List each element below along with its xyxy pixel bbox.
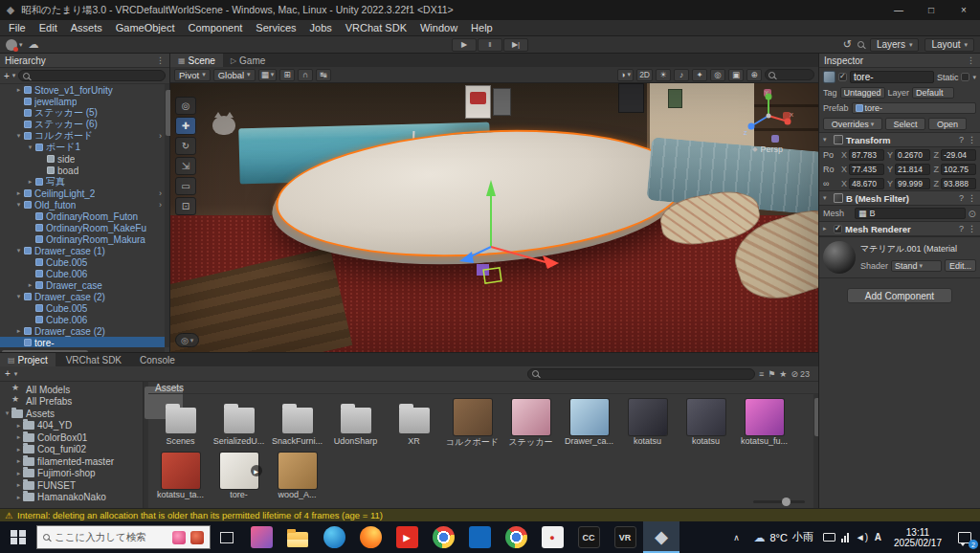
- transform-gizmo[interactable]: [400, 173, 591, 302]
- hierarchy-item[interactable]: OrdinaryRoom_Futon: [0, 210, 165, 222]
- expand-arrow-icon[interactable]: ▸: [14, 457, 23, 465]
- panel-menu-icon[interactable]: ⋮: [156, 55, 165, 65]
- project-folder[interactable]: ▾ Assets: [0, 408, 143, 420]
- expand-arrow-icon[interactable]: ▸: [14, 481, 23, 489]
- hierarchy-item[interactable]: ▸ Drawer_case: [0, 279, 165, 291]
- menu-item[interactable]: Assets: [64, 22, 109, 33]
- camera-settings-icon[interactable]: ▣: [728, 69, 744, 81]
- z-value-field[interactable]: -29.04: [941, 149, 976, 161]
- scene-view-tab[interactable]: ▷ Game: [223, 54, 273, 67]
- volume-icon[interactable]: ◄): [854, 532, 870, 542]
- action-center-button[interactable]: 2: [949, 521, 980, 553]
- help-icon[interactable]: ?: [959, 135, 964, 144]
- account-icon[interactable]: [6, 39, 17, 51]
- hierarchy-search-input[interactable]: [18, 70, 166, 81]
- expand-arrow-icon[interactable]: ▾: [14, 247, 23, 254]
- project-folder[interactable]: ▸ filamented-master: [0, 455, 143, 468]
- hierarchy-item[interactable]: ▸ Stove_v1_forUnity: [0, 84, 165, 96]
- x-value-field[interactable]: 77.435: [849, 164, 884, 175]
- menu-item[interactable]: File: [2, 22, 33, 33]
- add-object-button[interactable]: +: [4, 71, 10, 81]
- mesh-renderer-component-header[interactable]: ▸ Mesh Renderer ?⋮: [819, 221, 980, 236]
- menu-item[interactable]: Help: [464, 22, 500, 33]
- prefab-object-field[interactable]: tore-: [852, 102, 976, 114]
- rect-tool-button[interactable]: ▭: [175, 177, 196, 195]
- component-menu-icon[interactable]: ⋮: [968, 193, 976, 203]
- mesh-filter-component-header[interactable]: ▾ B (Mesh Filter) ?⋮: [819, 190, 980, 206]
- edit-shader-button[interactable]: Edit...: [945, 259, 976, 272]
- projection-mode-label[interactable]: ◆ Persp: [733, 144, 802, 154]
- hierarchy-item[interactable]: ▸ 写真: [0, 176, 165, 188]
- expand-arrow-icon[interactable]: ▸: [14, 86, 23, 94]
- start-button[interactable]: [0, 521, 36, 553]
- layer-dropdown[interactable]: Default: [912, 87, 954, 99]
- create-asset-button[interactable]: +: [5, 368, 11, 379]
- y-value-field[interactable]: 0.2670: [895, 149, 930, 161]
- expand-arrow-icon[interactable]: ▾: [14, 132, 23, 140]
- expand-arrow-icon[interactable]: ▸: [14, 327, 23, 335]
- effects-toggle-icon[interactable]: ✦: [692, 69, 707, 81]
- bottom-panel-tab[interactable]: VRChat SDK: [56, 353, 129, 366]
- hierarchy-item[interactable]: OrdinaryRoom_KakeFu: [0, 222, 165, 233]
- foldout-arrow-icon[interactable]: ▾: [823, 136, 831, 144]
- expand-arrow-icon[interactable]: ▸: [14, 422, 23, 430]
- grid-visibility-icon[interactable]: ▦▾: [258, 69, 278, 81]
- asset-item[interactable]: wood_A...: [270, 451, 324, 499]
- menu-item[interactable]: VRChat SDK: [339, 22, 413, 33]
- help-icon[interactable]: ?: [959, 224, 964, 233]
- task-view-button[interactable]: [211, 521, 243, 553]
- chevron-down-icon[interactable]: ▾: [14, 370, 18, 378]
- menu-item[interactable]: Jobs: [303, 22, 339, 33]
- asset-item[interactable]: ▶ tore-: [212, 451, 266, 499]
- hierarchy-scrollbar[interactable]: [165, 84, 169, 347]
- active-checkbox[interactable]: [838, 73, 847, 81]
- status-bar[interactable]: ⚠ Internal: deleting an allocation that …: [0, 508, 980, 521]
- network-icon[interactable]: [837, 533, 854, 542]
- scene-camera-overlay-button[interactable]: ◎ ▾: [175, 333, 199, 347]
- bing-highlight-icon[interactable]: [172, 531, 186, 544]
- search-by-type-icon[interactable]: ≡: [759, 369, 764, 379]
- axis-orientation-gizmo[interactable]: Y X Z: [741, 87, 796, 143]
- static-dropdown-icon[interactable]: ▾: [972, 74, 976, 81]
- expand-arrow-icon[interactable]: ▸: [26, 178, 34, 186]
- project-folder[interactable]: ▸ Fujimori-shop: [0, 468, 143, 480]
- foldout-arrow-icon[interactable]: ▸: [823, 225, 831, 232]
- maximize-button[interactable]: □: [915, 0, 947, 20]
- z-value-field[interactable]: 102.75: [941, 164, 976, 175]
- play-button[interactable]: ▶: [452, 38, 477, 52]
- taskbar-app[interactable]: ●: [534, 521, 570, 553]
- scene-view-tab[interactable]: ▦ Scene: [170, 54, 223, 67]
- minimize-button[interactable]: —: [882, 0, 915, 20]
- expand-arrow-icon[interactable]: ▸: [14, 446, 23, 453]
- taskbar-app[interactable]: [498, 521, 534, 553]
- transform-tool-button[interactable]: ⊡: [175, 197, 196, 215]
- component-menu-icon[interactable]: ⋮: [968, 224, 976, 233]
- component-menu-icon[interactable]: ⋮: [968, 135, 976, 144]
- hierarchy-item[interactable]: OrdinaryRoom_Makura: [0, 233, 165, 245]
- grid-snapping-icon[interactable]: ∩: [298, 69, 313, 81]
- project-folder[interactable]: ▸ FUNSET: [0, 479, 143, 492]
- expand-arrow-icon[interactable]: ▸: [14, 470, 23, 477]
- panel-menu-icon[interactable]: ⋮: [967, 55, 975, 65]
- foldout-arrow-icon[interactable]: ▾: [823, 194, 831, 202]
- menu-item[interactable]: Services: [249, 22, 302, 33]
- asset-item[interactable]: kotatsu: [679, 397, 733, 449]
- bottom-panel-tab[interactable]: Console: [129, 353, 183, 366]
- expand-arrow-icon[interactable]: ▾: [26, 144, 34, 151]
- add-component-button[interactable]: Add Component: [847, 288, 952, 303]
- y-value-field[interactable]: 21.814: [895, 164, 930, 175]
- expand-arrow-icon[interactable]: ▸: [14, 494, 23, 501]
- menu-item[interactable]: Window: [413, 22, 464, 33]
- tag-dropdown[interactable]: Untagged: [840, 87, 885, 99]
- pivot-dropdown[interactable]: Pivot▾: [174, 69, 211, 81]
- project-folder[interactable]: ▸ ColorBox01: [0, 431, 143, 444]
- expand-arrow-icon[interactable]: ▸: [26, 281, 34, 289]
- scene-viewport[interactable]: Y X Z ◆ Persp ◎ ✚ ↻ ⇲ ▭ ⊡ ◎ ▾: [170, 83, 818, 352]
- x-value-field[interactable]: 48.670: [849, 178, 884, 189]
- hierarchy-item[interactable]: Cube.005: [0, 302, 165, 314]
- taskbar-app[interactable]: [425, 521, 461, 553]
- project-folder[interactable]: ▸ Coq_funi02: [0, 444, 143, 456]
- asset-item[interactable]: ステッカー: [503, 397, 558, 449]
- layers-dropdown[interactable]: Layers▾: [870, 38, 920, 52]
- taskbar-app[interactable]: ◆: [643, 521, 679, 553]
